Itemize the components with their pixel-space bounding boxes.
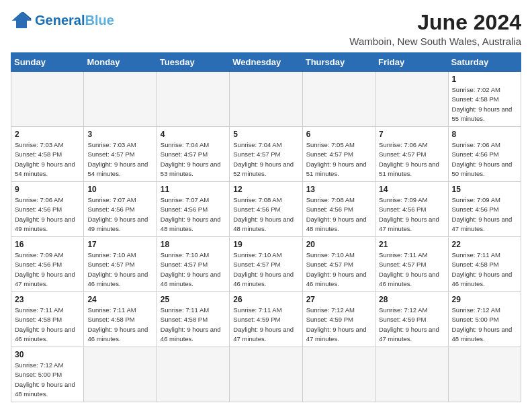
day-info: Sunrise: 7:09 AM Sunset: 4:56 PM Dayligh… [15, 250, 80, 289]
calendar-cell: 30Sunrise: 7:12 AM Sunset: 5:00 PM Dayli… [11, 347, 84, 402]
day-info: Sunrise: 7:06 AM Sunset: 4:57 PM Dayligh… [379, 140, 444, 179]
day-number: 11 [161, 185, 226, 194]
day-info: Sunrise: 7:11 AM Sunset: 4:59 PM Dayligh… [233, 306, 298, 344]
day-info: Sunrise: 7:12 AM Sunset: 5:00 PM Dayligh… [15, 361, 80, 399]
day-info: Sunrise: 7:03 AM Sunset: 4:57 PM Dayligh… [87, 140, 152, 179]
calendar-header-row: SundayMondayTuesdayWednesdayThursdayFrid… [11, 53, 521, 72]
calendar-cell: 12Sunrise: 7:08 AM Sunset: 4:56 PM Dayli… [230, 182, 302, 237]
day-number: 2 [15, 130, 80, 139]
column-header-sunday: Sunday [11, 53, 84, 72]
day-info: Sunrise: 7:11 AM Sunset: 4:58 PM Dayligh… [87, 306, 152, 344]
day-number: 19 [233, 240, 298, 249]
day-number: 24 [87, 295, 152, 304]
day-info: Sunrise: 7:02 AM Sunset: 4:58 PM Dayligh… [452, 85, 517, 124]
day-info: Sunrise: 7:12 AM Sunset: 4:59 PM Dayligh… [379, 306, 444, 344]
calendar-cell: 10Sunrise: 7:07 AM Sunset: 4:56 PM Dayli… [84, 182, 157, 237]
day-info: Sunrise: 7:05 AM Sunset: 4:57 PM Dayligh… [306, 140, 371, 179]
day-number: 28 [379, 295, 444, 304]
day-number: 5 [233, 130, 298, 139]
day-info: Sunrise: 7:07 AM Sunset: 4:56 PM Dayligh… [161, 195, 226, 234]
calendar-cell [84, 347, 157, 402]
column-header-tuesday: Tuesday [157, 53, 229, 72]
month-year-title: June 2024 [349, 11, 521, 34]
calendar-cell: 18Sunrise: 7:10 AM Sunset: 4:57 PM Dayli… [157, 237, 229, 292]
day-number: 4 [161, 130, 226, 139]
day-number: 12 [233, 185, 298, 194]
column-header-wednesday: Wednesday [230, 53, 302, 72]
week-row-3: 16Sunrise: 7:09 AM Sunset: 4:56 PM Dayli… [11, 237, 521, 292]
week-row-2: 9Sunrise: 7:06 AM Sunset: 4:56 PM Daylig… [11, 182, 521, 237]
week-row-1: 2Sunrise: 7:03 AM Sunset: 4:58 PM Daylig… [11, 127, 521, 182]
day-number: 23 [15, 295, 80, 304]
calendar-cell: 7Sunrise: 7:06 AM Sunset: 4:57 PM Daylig… [375, 127, 448, 182]
calendar-cell: 28Sunrise: 7:12 AM Sunset: 4:59 PM Dayli… [375, 292, 448, 347]
logo-text: GeneralBlue [35, 13, 114, 27]
calendar-cell [84, 72, 157, 127]
calendar-cell: 24Sunrise: 7:11 AM Sunset: 4:58 PM Dayli… [84, 292, 157, 347]
day-info: Sunrise: 7:08 AM Sunset: 4:56 PM Dayligh… [233, 195, 298, 234]
day-info: Sunrise: 7:10 AM Sunset: 4:57 PM Dayligh… [233, 250, 298, 289]
calendar-cell: 3Sunrise: 7:03 AM Sunset: 4:57 PM Daylig… [84, 127, 157, 182]
column-header-thursday: Thursday [302, 53, 375, 72]
calendar-cell: 17Sunrise: 7:10 AM Sunset: 4:57 PM Dayli… [84, 237, 157, 292]
calendar-cell: 22Sunrise: 7:11 AM Sunset: 4:58 PM Dayli… [448, 237, 521, 292]
calendar-cell [448, 347, 521, 402]
day-info: Sunrise: 7:11 AM Sunset: 4:58 PM Dayligh… [15, 306, 80, 344]
day-number: 14 [379, 185, 444, 194]
calendar-cell: 21Sunrise: 7:11 AM Sunset: 4:57 PM Dayli… [375, 237, 448, 292]
calendar-cell: 15Sunrise: 7:09 AM Sunset: 4:56 PM Dayli… [448, 182, 521, 237]
day-number: 13 [306, 185, 371, 194]
day-number: 10 [87, 185, 152, 194]
day-number: 8 [452, 130, 517, 139]
day-info: Sunrise: 7:07 AM Sunset: 4:56 PM Dayligh… [87, 195, 152, 234]
calendar-cell: 26Sunrise: 7:11 AM Sunset: 4:59 PM Dayli… [230, 292, 302, 347]
day-number: 27 [306, 295, 371, 304]
day-info: Sunrise: 7:10 AM Sunset: 4:57 PM Dayligh… [87, 250, 152, 289]
day-number: 21 [379, 240, 444, 249]
day-number: 16 [15, 240, 80, 249]
location-subtitle: Wamboin, New South Wales, Australia [349, 36, 521, 47]
day-info: Sunrise: 7:04 AM Sunset: 4:57 PM Dayligh… [233, 140, 298, 179]
week-row-0: 1Sunrise: 7:02 AM Sunset: 4:58 PM Daylig… [11, 72, 521, 127]
logo: GeneralBlue [11, 11, 114, 30]
day-info: Sunrise: 7:06 AM Sunset: 4:56 PM Dayligh… [452, 140, 517, 179]
title-block: June 2024 Wamboin, New South Wales, Aust… [349, 11, 521, 47]
day-info: Sunrise: 7:10 AM Sunset: 4:57 PM Dayligh… [306, 250, 371, 289]
day-number: 22 [452, 240, 517, 249]
calendar-cell: 1Sunrise: 7:02 AM Sunset: 4:58 PM Daylig… [448, 72, 521, 127]
day-number: 29 [452, 295, 517, 304]
calendar-table: SundayMondayTuesdayWednesdayThursdayFrid… [11, 52, 521, 402]
calendar-cell: 14Sunrise: 7:09 AM Sunset: 4:56 PM Dayli… [375, 182, 448, 237]
column-header-saturday: Saturday [448, 53, 521, 72]
calendar-cell: 27Sunrise: 7:12 AM Sunset: 4:59 PM Dayli… [302, 292, 375, 347]
calendar-cell [302, 347, 375, 402]
day-number: 20 [306, 240, 371, 249]
column-header-monday: Monday [84, 53, 157, 72]
day-number: 25 [161, 295, 226, 304]
day-number: 3 [87, 130, 152, 139]
calendar-cell: 4Sunrise: 7:04 AM Sunset: 4:57 PM Daylig… [157, 127, 229, 182]
day-number: 15 [452, 185, 517, 194]
day-info: Sunrise: 7:10 AM Sunset: 4:57 PM Dayligh… [161, 250, 226, 289]
day-info: Sunrise: 7:11 AM Sunset: 4:58 PM Dayligh… [161, 306, 226, 344]
calendar-cell [230, 347, 302, 402]
calendar-cell: 20Sunrise: 7:10 AM Sunset: 4:57 PM Dayli… [302, 237, 375, 292]
day-info: Sunrise: 7:12 AM Sunset: 4:59 PM Dayligh… [306, 306, 371, 344]
calendar-cell: 9Sunrise: 7:06 AM Sunset: 4:56 PM Daylig… [11, 182, 84, 237]
calendar-cell: 16Sunrise: 7:09 AM Sunset: 4:56 PM Dayli… [11, 237, 84, 292]
day-info: Sunrise: 7:11 AM Sunset: 4:57 PM Dayligh… [379, 250, 444, 289]
day-number: 30 [15, 350, 80, 359]
day-info: Sunrise: 7:08 AM Sunset: 4:56 PM Dayligh… [306, 195, 371, 234]
week-row-4: 23Sunrise: 7:11 AM Sunset: 4:58 PM Dayli… [11, 292, 521, 347]
day-number: 7 [379, 130, 444, 139]
day-info: Sunrise: 7:04 AM Sunset: 4:57 PM Dayligh… [161, 140, 226, 179]
calendar-cell [302, 72, 375, 127]
calendar-cell: 6Sunrise: 7:05 AM Sunset: 4:57 PM Daylig… [302, 127, 375, 182]
day-info: Sunrise: 7:12 AM Sunset: 5:00 PM Dayligh… [452, 306, 517, 344]
calendar-cell: 29Sunrise: 7:12 AM Sunset: 5:00 PM Dayli… [448, 292, 521, 347]
day-number: 6 [306, 130, 371, 139]
calendar-cell: 13Sunrise: 7:08 AM Sunset: 4:56 PM Dayli… [302, 182, 375, 237]
calendar-cell: 2Sunrise: 7:03 AM Sunset: 4:58 PM Daylig… [11, 127, 84, 182]
day-number: 17 [87, 240, 152, 249]
logo-icon [11, 11, 32, 30]
